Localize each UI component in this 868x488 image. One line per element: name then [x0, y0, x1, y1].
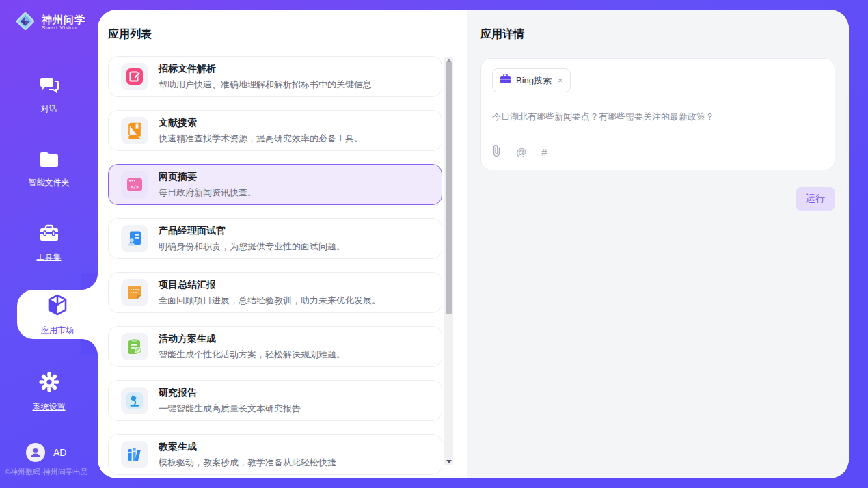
- app-description: 全面回顾项目进展，总结经验教训，助力未来优化发展。: [159, 295, 381, 307]
- app-description: 模板驱动，教案秒成，教学准备从此轻松快捷: [159, 457, 336, 469]
- app-card-literature-search[interactable]: 文献搜索 快速精准查找学术资源，提高研究效率的必备工具。: [108, 110, 442, 151]
- books-icon: [121, 441, 148, 468]
- sidebar-item-label: 应用市场: [17, 325, 98, 336]
- run-button[interactable]: 运行: [796, 187, 835, 211]
- query-card[interactable]: Bing搜索 × 今日湖北有哪些新闻要点？有哪些需要关注的最新政策？ @ #: [480, 58, 835, 170]
- run-row: 运行: [480, 187, 835, 211]
- copyright-text: ©神州数码·神州问学出品: [5, 467, 88, 477]
- app-name: 网页摘要: [159, 171, 256, 183]
- app-name: 项目总结汇报: [159, 279, 381, 291]
- app-name: 活动方案生成: [159, 333, 345, 345]
- sidebar: 神州问学 Smart Vision 对话 智能文件夹: [0, 0, 98, 488]
- sticky-note-icon: [121, 279, 148, 306]
- app-name: 招标文件解析: [159, 63, 372, 75]
- bubble-corner-bottom: [81, 339, 98, 355]
- sidebar-item-label: 智能文件夹: [0, 177, 98, 189]
- app-name: 教案生成: [159, 441, 336, 453]
- app-card-lesson-plan[interactable]: 教案生成 模板驱动，教案秒成，教学准备从此轻松快捷: [108, 434, 442, 475]
- app-name: 研究报告: [159, 387, 301, 399]
- microscope-icon: [121, 387, 148, 414]
- user-account[interactable]: AD: [26, 443, 66, 462]
- app-description: 快速精准查找学术资源，提高研究效率的必备工具。: [159, 133, 363, 145]
- list-scrollbar[interactable]: [444, 57, 453, 465]
- toolbox-icon: [39, 224, 59, 245]
- bubble-corner-top: [81, 273, 98, 290]
- app-detail-panel: 应用详情 Bing搜索 × 今日湖北有哪些新闻要点？有哪些需要关注的最新政策？: [467, 10, 849, 478]
- app-list-panel: 应用列表 招标文件解析 帮助用户快速、准确地理解和解析招标书中的关键信息: [98, 10, 467, 478]
- hashtag-icon[interactable]: #: [541, 146, 547, 158]
- avatar: [26, 443, 45, 462]
- app-card-web-summary[interactable]: </> 网页摘要 每日政府新闻资讯快查。: [108, 164, 442, 205]
- attachment-toolbar: @ #: [492, 144, 547, 160]
- sidebar-item-app-market[interactable]: 应用市场: [17, 294, 98, 336]
- content-frame: 应用列表 招标文件解析 帮助用户快速、准确地理解和解析招标书中的关键信息: [98, 10, 849, 478]
- app-list-title: 应用列表: [108, 27, 467, 42]
- app-description: 帮助用户快速、准确地理解和解析招标书中的关键信息: [159, 79, 372, 91]
- app-detail-title: 应用详情: [480, 27, 835, 42]
- edit-document-icon: [121, 63, 148, 90]
- app-name: 文献搜索: [159, 117, 363, 129]
- app-card-research-report[interactable]: 研究报告 一键智能生成高质量长文本研究报告: [108, 380, 442, 421]
- interview-doc-icon: [121, 225, 148, 252]
- user-name: AD: [53, 447, 66, 458]
- sidebar-item-label: 对话: [0, 103, 98, 115]
- paperclip-icon[interactable]: [492, 144, 501, 160]
- svg-text:</>: </>: [130, 184, 139, 190]
- book-icon: [121, 117, 148, 144]
- app-description: 智能生成个性化活动方案，轻松解决规划难题。: [159, 349, 345, 361]
- sidebar-item-toolset[interactable]: 工具集: [0, 224, 98, 263]
- tool-chip-label: Bing搜索: [516, 74, 552, 87]
- sidebar-item-settings[interactable]: 系统设置: [0, 372, 98, 413]
- sidebar-item-label: 系统设置: [0, 401, 98, 413]
- query-input[interactable]: 今日湖北有哪些新闻要点？有哪些需要关注的最新政策？: [492, 111, 824, 123]
- chat-icon: [40, 77, 59, 97]
- briefcase-icon: [500, 74, 511, 87]
- sidebar-item-label: 工具集: [0, 252, 98, 263]
- folder-icon: [39, 151, 59, 171]
- brand-logo: 神州问学 Smart Vision: [14, 10, 85, 36]
- sidebar-item-smart-folder[interactable]: 智能文件夹: [0, 151, 98, 189]
- app-list: 招标文件解析 帮助用户快速、准确地理解和解析招标书中的关键信息 文献搜索 快速精…: [108, 56, 442, 478]
- sidebar-item-chat[interactable]: 对话: [0, 77, 98, 115]
- web-code-icon: </>: [121, 171, 148, 198]
- clipboard-check-icon: [121, 333, 148, 360]
- app-name: 产品经理面试官: [159, 225, 345, 237]
- gem-logo-icon: [14, 10, 37, 36]
- brand-name: 神州问学: [42, 14, 85, 25]
- app-description: 明确身份和职责，为您提供专业性的面试问题。: [159, 241, 345, 253]
- cube-icon: [47, 306, 68, 318]
- gear-icon: [39, 372, 59, 395]
- app-description: 一键智能生成高质量长文本研究报告: [159, 403, 301, 415]
- brand-subtitle: Smart Vision: [42, 25, 85, 31]
- app-card-bid-analysis[interactable]: 招标文件解析 帮助用户快速、准确地理解和解析招标书中的关键信息: [108, 56, 442, 97]
- app-card-pm-interviewer[interactable]: 产品经理面试官 明确身份和职责，为您提供专业性的面试问题。: [108, 218, 442, 259]
- app-description: 每日政府新闻资讯快查。: [159, 187, 256, 199]
- app-card-project-summary[interactable]: 项目总结汇报 全面回顾项目进展，总结经验教训，助力未来优化发展。: [108, 272, 442, 313]
- mention-icon[interactable]: @: [516, 146, 526, 158]
- close-icon[interactable]: ×: [558, 75, 563, 85]
- tool-chip-bing-search[interactable]: Bing搜索 ×: [492, 68, 571, 92]
- app-card-event-plan[interactable]: 活动方案生成 智能生成个性化活动方案，轻松解决规划难题。: [108, 326, 442, 367]
- scrollbar-down-arrow[interactable]: [446, 460, 452, 463]
- scrollbar-thumb[interactable]: [446, 62, 452, 314]
